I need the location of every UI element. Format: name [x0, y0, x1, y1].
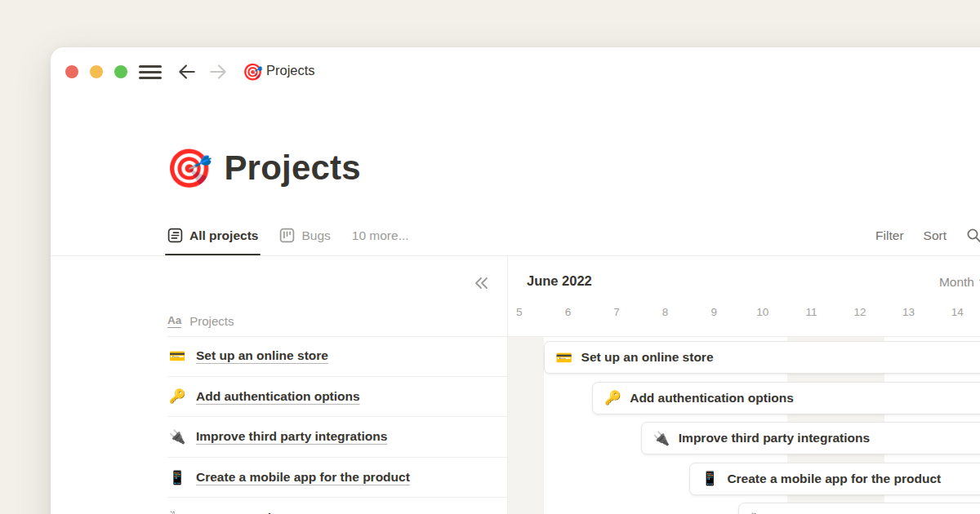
filter-button[interactable]: Filter	[875, 228, 903, 243]
board-view-icon	[279, 228, 295, 243]
breadcrumb[interactable]: Projects	[266, 63, 315, 78]
project-emoji-icon: 🔑	[604, 390, 621, 405]
window-zoom-button[interactable]	[114, 65, 127, 78]
timeline-bar[interactable]: 🔌Improve third party integrations	[641, 422, 980, 454]
window-minimize-button[interactable]	[90, 65, 103, 78]
text-property-icon: Aa	[167, 314, 181, 328]
project-emoji-icon: 🐜	[167, 510, 187, 514]
day-tick-label: 13	[884, 306, 933, 318]
day-tick-label: 10	[738, 306, 787, 318]
tab-all-projects[interactable]: All projects	[167, 215, 258, 255]
timeline-bar[interactable]: 🔑Add authentication options	[592, 382, 980, 414]
scale-selector-label: Month	[939, 275, 974, 290]
project-emoji-icon: 🔑	[167, 388, 187, 404]
table-row[interactable]: 🔌Improve third party integrations	[167, 417, 507, 458]
timeline-bar-label: Create a mobile app for the product	[727, 472, 941, 486]
screenshot-canvas: 🎯 Projects 🎯 Projects All projectsBugs10…	[0, 0, 980, 514]
column-header-projects[interactable]: Aa Projects	[167, 310, 234, 331]
day-tick-label: 5	[508, 306, 544, 318]
project-title-link[interactable]: Add authentication options	[196, 389, 360, 404]
table-row[interactable]: 🔑Add authentication options	[167, 377, 507, 418]
column-header-label: Projects	[189, 314, 234, 328]
tab-label: 10 more...	[352, 228, 409, 243]
timeline-bar[interactable]: 📱Create a mobile app for the product	[689, 463, 980, 495]
day-tick-label: 11	[787, 306, 836, 318]
project-emoji-icon: 📱	[701, 471, 719, 486]
timeline-bar[interactable]: 🐜Q2 Bug Bash	[738, 503, 980, 514]
project-emoji-icon: 🔌	[167, 429, 187, 445]
day-tick-label: 9	[689, 306, 738, 318]
timeline-bar-label: Improve third party integrations	[679, 431, 870, 445]
app-window: 🎯 Projects 🎯 Projects All projectsBugs10…	[51, 47, 980, 514]
window-close-button[interactable]	[65, 65, 78, 78]
timeline-bar-label: Set up an online store	[581, 350, 714, 365]
timeline-panel: June 2022 Month 567891011121314 💳Set up …	[508, 256, 980, 514]
project-title-link[interactable]: Q2 Bug Bash	[196, 511, 275, 514]
sidebar-menu-icon[interactable]	[139, 65, 162, 79]
project-title-link[interactable]: Improve third party integrations	[196, 429, 387, 444]
project-title-link[interactable]: Set up an online store	[196, 348, 328, 363]
view-tabs: All projectsBugs10 more...	[167, 215, 409, 255]
day-tick-label: 14	[933, 306, 980, 318]
collapse-panel-icon[interactable]	[473, 274, 491, 292]
weekend-shade-column	[508, 337, 544, 514]
tab-10-more[interactable]: 10 more...	[352, 215, 409, 255]
forward-arrow-icon[interactable]	[207, 61, 229, 82]
project-emoji-icon: 💳	[167, 348, 187, 364]
table-row[interactable]: 💳Set up an online store	[167, 336, 507, 377]
day-tick-label: 8	[641, 306, 690, 318]
timeline-month-label: June 2022	[527, 273, 592, 289]
table-row[interactable]: 🐜Q2 Bug Bash	[167, 498, 507, 514]
timeline-bar[interactable]: 💳Set up an online store	[544, 341, 980, 374]
back-arrow-icon[interactable]	[176, 61, 198, 82]
list-view-icon	[167, 228, 183, 243]
tab-label: All projects	[189, 228, 258, 243]
tab-label: Bugs	[301, 228, 330, 243]
table-row[interactable]: 📱Create a mobile app for the product	[167, 458, 507, 498]
timeline-scale-selector[interactable]: Month	[939, 275, 980, 290]
timeline-table-panel: Aa Projects 💳Set up an online store🔑Add …	[51, 256, 507, 514]
project-emoji-icon: 🔌	[653, 431, 670, 446]
search-icon[interactable]	[966, 228, 980, 243]
tab-bugs[interactable]: Bugs	[279, 215, 330, 255]
breadcrumb-page-icon: 🎯	[243, 62, 263, 82]
day-tick-label: 12	[835, 306, 884, 318]
project-title-link[interactable]: Create a mobile app for the product	[196, 470, 410, 485]
view-toolbar: Filter Sort	[875, 215, 980, 255]
page-title[interactable]: Projects	[224, 148, 360, 188]
sort-button[interactable]: Sort	[924, 228, 947, 243]
day-tick-label: 7	[592, 306, 641, 318]
project-emoji-icon: 💳	[555, 350, 573, 366]
timeline-bar-label: Add authentication options	[630, 391, 794, 405]
page-icon[interactable]: 🎯	[166, 147, 212, 189]
project-emoji-icon: 📱	[167, 470, 187, 485]
day-tick-label: 6	[544, 306, 593, 318]
